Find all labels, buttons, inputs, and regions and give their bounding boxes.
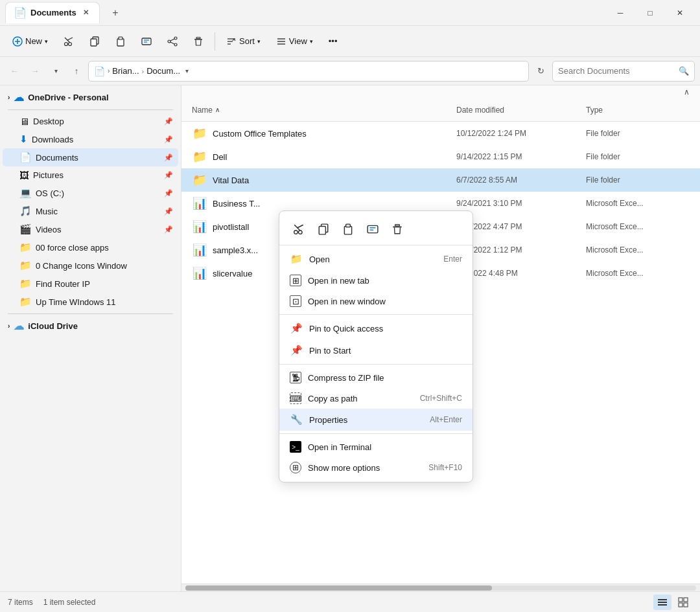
svg-rect-29 (684, 598, 688, 602)
minimize-button[interactable]: ─ (605, 3, 635, 23)
horizontal-scrollbar[interactable] (181, 584, 700, 591)
table-row[interactable]: 📁 Dell 9/14/2022 1:15 PM File folder (181, 145, 700, 168)
ctx-rename-button[interactable] (361, 219, 384, 240)
svg-point-33 (298, 231, 302, 234)
more-button[interactable]: ••• (321, 32, 345, 50)
delete-icon (193, 36, 204, 47)
sidebar-item-documents[interactable]: 📄 Documents 📌 (3, 148, 178, 166)
col-name-label: Name (192, 106, 213, 115)
new-button[interactable]: New ▾ (5, 32, 55, 51)
col-date-header[interactable]: Date modified (456, 106, 586, 115)
ctx-delete-button[interactable] (386, 219, 409, 240)
pin-icon-desktop: 📌 (164, 117, 173, 126)
ctx-more-label: Show more options (308, 463, 422, 473)
sidebar-item-folder1[interactable]: 📁 0 Change Icons Window (0, 256, 181, 275)
ctx-copy-button[interactable] (312, 219, 335, 240)
maximize-button[interactable]: □ (635, 3, 665, 23)
file-icon-0: 📁 (192, 126, 207, 141)
cut-button[interactable] (56, 32, 81, 51)
ctx-show-more[interactable]: ⊞ Show more options Shift+F10 (279, 457, 472, 478)
ctx-open-window-icon: ⊡ (290, 295, 301, 307)
sidebar-item-pictures[interactable]: 🖼 Pictures 📌 (0, 166, 181, 184)
icloud-header[interactable]: › ☁ iCloud Drive (0, 317, 181, 335)
sidebar-item-folder0[interactable]: 📁 00 force close apps (0, 238, 181, 256)
new-chevron: ▾ (45, 38, 48, 45)
dropdown-button[interactable]: ▾ (47, 62, 65, 80)
svg-rect-9 (142, 38, 151, 45)
sort-button[interactable]: Sort ▾ (219, 32, 268, 51)
sidebar-item-folder3[interactable]: 📁 Up Time WIndows 11 (0, 293, 181, 311)
close-button[interactable]: ✕ (665, 3, 695, 23)
col-name-header[interactable]: Name ∧ (192, 106, 456, 115)
ctx-divider-3 (279, 433, 472, 434)
ctx-pin-quick-label: Pin to Quick access (309, 324, 456, 334)
file-name-3: Business T... (213, 199, 456, 209)
sidebar-item-label-music: Music (36, 207, 58, 216)
ctx-properties[interactable]: 🔧 Properties Alt+Enter (279, 409, 472, 431)
new-tab-button[interactable]: + (106, 4, 124, 22)
refresh-button[interactable]: ↻ (531, 62, 550, 80)
tab-close-button[interactable]: ✕ (80, 7, 91, 18)
address-bar[interactable]: 📄 › Brian... › Docum... ▾ (88, 61, 529, 82)
delete-button[interactable] (186, 32, 211, 51)
ctx-open-label: Open (309, 255, 437, 264)
view-chevron: ▾ (310, 38, 313, 45)
new-label: New (25, 36, 42, 46)
rename-button[interactable] (134, 32, 159, 51)
rename-icon (141, 36, 152, 47)
ctx-copy-path[interactable]: ⌨ Copy as path Ctrl+Shift+C (279, 388, 472, 409)
sidebar-item-label-osc: OS (C:) (36, 188, 64, 198)
file-icon-1: 📁 (192, 149, 207, 164)
ctx-paste-button[interactable] (336, 219, 360, 240)
col-date-label: Date modified (456, 106, 504, 115)
refresh-icon: ↻ (537, 66, 544, 76)
svg-line-15 (170, 39, 174, 41)
forward-button[interactable]: → (26, 62, 44, 80)
ctx-open[interactable]: 📁 Open Enter (279, 248, 472, 270)
search-bar[interactable]: 🔍 (552, 61, 695, 82)
sidebar-item-label-downloads: Downloads (32, 135, 73, 144)
tab-title: Documents (30, 8, 76, 17)
file-icon-6: 📊 (192, 266, 207, 281)
sidebar-item-folder2[interactable]: 📁 Find Router IP (0, 275, 181, 293)
sidebar-item-desktop[interactable]: 🖥 Desktop 📌 (0, 113, 181, 130)
search-input[interactable] (558, 66, 676, 76)
back-button[interactable]: ← (5, 62, 23, 80)
table-row[interactable]: 📁 Custom Office Templates 10/12/2022 1:2… (181, 122, 700, 145)
selected-count: 1 item selected (43, 598, 96, 607)
share-button[interactable] (160, 32, 185, 51)
col-type-header[interactable]: Type (586, 106, 690, 115)
copy-button[interactable] (82, 32, 107, 51)
ctx-open-new-tab[interactable]: ⊞ Open in new tab (279, 270, 472, 291)
ctx-open-terminal[interactable]: >_ Open in Terminal (279, 436, 472, 457)
icloud-expand-icon: › (8, 323, 10, 330)
grid-view-toggle[interactable] (674, 595, 692, 610)
onedrive-section: › ☁ OneDrive - Personal (0, 88, 181, 107)
ctx-pin-quick[interactable]: 📌 Pin to Quick access (279, 317, 472, 339)
address-dropdown[interactable]: ▾ (185, 67, 189, 74)
ctx-copy-path-label: Copy as path (308, 394, 414, 403)
view-button[interactable]: View ▾ (269, 32, 320, 51)
ctx-compress[interactable]: 🗜 Compress to ZIP file (279, 367, 472, 388)
ctx-pin-start[interactable]: 📌 Pin to Start (279, 339, 472, 361)
scroll-thumb[interactable] (185, 585, 492, 591)
sidebar-divider-1 (8, 109, 173, 110)
ctx-cut-button[interactable] (287, 219, 310, 240)
sidebar-item-downloads[interactable]: ⬇ Downloads 📌 (0, 130, 181, 148)
ctx-open-new-window[interactable]: ⊡ Open in new window (279, 291, 472, 312)
osc-icon: 💻 (19, 187, 32, 199)
ctx-more-icon: ⊞ (290, 462, 301, 473)
sidebar-item-videos[interactable]: 🎬 Videos 📌 (0, 220, 181, 238)
toolbar-separator (215, 32, 215, 51)
list-view-toggle[interactable] (653, 595, 671, 610)
onedrive-header[interactable]: › ☁ OneDrive - Personal (0, 88, 181, 107)
toolbar: New ▾ (0, 26, 700, 57)
active-tab[interactable]: 📄 Documents ✕ (5, 2, 100, 23)
table-row[interactable]: 📁 Vital Data 6/7/2022 8:55 AM File folde… (181, 168, 700, 192)
sidebar-item-music[interactable]: 🎵 Music 📌 (0, 202, 181, 220)
sidebar-item-osc[interactable]: 💻 OS (C:) 📌 (0, 184, 181, 202)
up-button[interactable]: ↑ (67, 62, 86, 80)
paste-button[interactable] (108, 32, 133, 51)
address-chevron-1: › (108, 67, 110, 74)
sort-collapse-bar[interactable]: ∧ (181, 85, 700, 98)
